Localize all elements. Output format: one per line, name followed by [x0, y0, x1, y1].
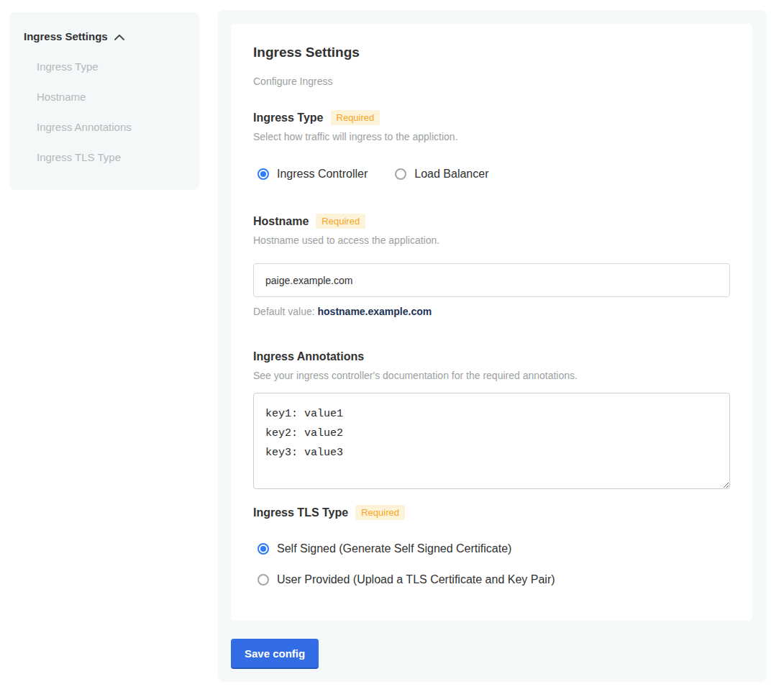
hostname-input[interactable]: [253, 263, 730, 297]
config-card: Ingress Settings Configure Ingress Ingre…: [231, 24, 752, 621]
radio-option-ingress-controller[interactable]: Ingress Controller: [257, 167, 368, 181]
section-hostname-help: Hostname used to access the application.: [253, 234, 730, 247]
section-ingress-tls-type: Ingress TLS Type Required Self Signed (G…: [253, 505, 730, 586]
sidebar-item-ingress-annotations[interactable]: Ingress Annotations: [37, 121, 185, 134]
chevron-up-icon: [114, 35, 124, 40]
section-hostname-label: Hostname: [253, 214, 309, 229]
default-value-label: Default value:: [253, 306, 315, 317]
section-ingress-annotations: Ingress Annotations See your ingress con…: [253, 350, 730, 489]
section-ingress-type: Ingress Type Required Select how traffic…: [253, 110, 730, 181]
radio-option-self-signed[interactable]: Self Signed (Generate Self Signed Certif…: [257, 542, 730, 555]
config-panel: Ingress Settings Configure Ingress Ingre…: [218, 10, 767, 682]
config-sidebar: Ingress Settings Ingress Type Hostname I…: [9, 12, 199, 190]
section-annotations-label: Ingress Annotations: [253, 350, 364, 364]
radio-option-user-provided[interactable]: User Provided (Upload a TLS Certificate …: [257, 573, 730, 586]
section-tls-label: Ingress TLS Type: [253, 506, 348, 520]
radio-icon[interactable]: [395, 168, 406, 180]
radio-option-load-balancer[interactable]: Load Balancer: [395, 167, 488, 181]
sidebar-item-ingress-type[interactable]: Ingress Type: [37, 60, 185, 73]
sidebar-group-label: Ingress Settings: [24, 30, 108, 42]
radio-icon[interactable]: [257, 574, 269, 586]
radio-label: Self Signed (Generate Self Signed Certif…: [277, 542, 511, 555]
save-config-button[interactable]: Save config: [231, 639, 319, 668]
radio-label: Ingress Controller: [277, 167, 368, 181]
sidebar-items: Ingress Type Hostname Ingress Annotation…: [24, 60, 185, 164]
ingress-type-options: Ingress Controller Load Balancer: [253, 167, 730, 181]
radio-icon[interactable]: [257, 543, 269, 555]
default-value: hostname.example.com: [318, 306, 432, 317]
radio-icon[interactable]: [257, 168, 269, 180]
tls-type-options: Self Signed (Generate Self Signed Certif…: [253, 542, 730, 586]
required-badge: Required: [331, 110, 380, 125]
required-badge: Required: [316, 214, 365, 229]
section-ingress-type-label: Ingress Type: [253, 111, 324, 125]
hostname-default-line: Default value: hostname.example.com: [253, 306, 730, 318]
annotations-textarea[interactable]: key1: value1 key2: value2 key3: value3: [253, 393, 730, 489]
section-annotations-help: See your ingress controller's documentat…: [253, 370, 730, 382]
page-subtitle: Configure Ingress: [253, 76, 730, 88]
section-hostname: Hostname Required Hostname used to acces…: [253, 214, 730, 318]
sidebar-item-ingress-tls-type[interactable]: Ingress TLS Type: [37, 151, 185, 164]
sidebar-group-ingress-settings[interactable]: Ingress Settings: [24, 30, 185, 42]
required-badge: Required: [355, 505, 405, 520]
radio-label: User Provided (Upload a TLS Certificate …: [277, 573, 555, 586]
section-ingress-type-help: Select how traffic will ingress to the a…: [253, 131, 730, 143]
page-title: Ingress Settings: [253, 44, 730, 60]
radio-label: Load Balancer: [414, 167, 488, 181]
sidebar-item-hostname[interactable]: Hostname: [37, 91, 185, 104]
